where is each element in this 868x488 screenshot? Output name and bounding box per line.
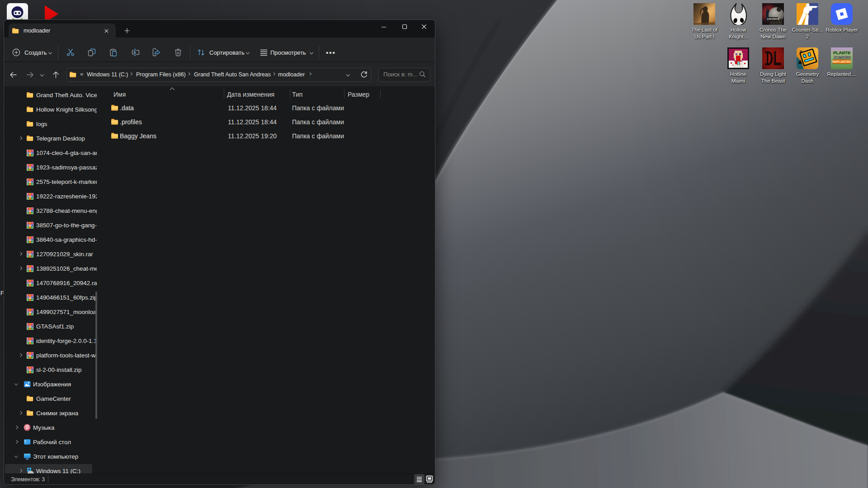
svg-text:A: A [133, 50, 136, 55]
svg-text:ZOMBIES: ZOMBIES [834, 55, 851, 60]
svg-text:CRONOS: CRONOS [767, 18, 779, 20]
svg-text:R: R [800, 50, 802, 54]
svg-text:PLANTS: PLANTS [833, 50, 850, 55]
svg-text:REPLANTED: REPLANTED [832, 60, 852, 63]
